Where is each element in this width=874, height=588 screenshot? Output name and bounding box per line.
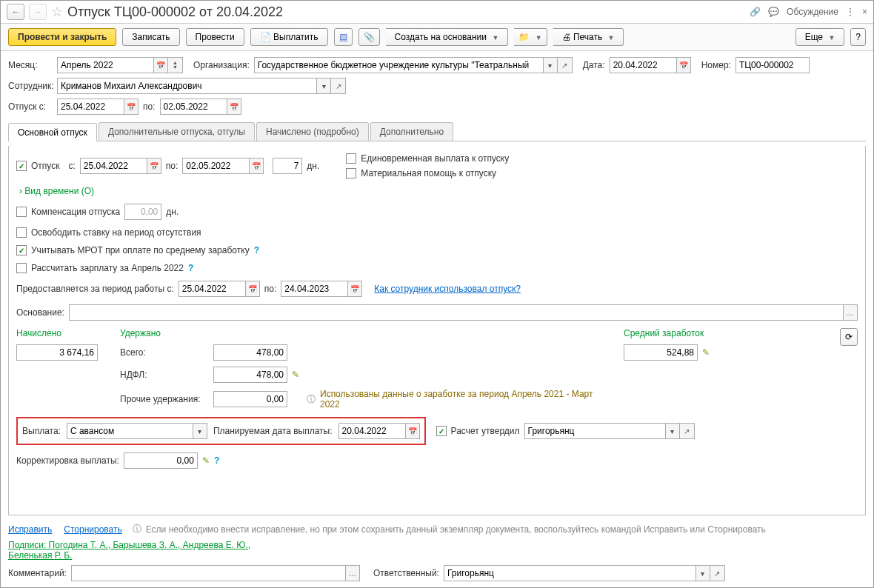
org-input[interactable] [254,57,543,73]
dropdown-icon[interactable]: ▾ [316,78,331,94]
attach-button[interactable]: 📎 [358,28,380,46]
post-button[interactable]: Провести [186,28,244,46]
help-icon[interactable]: ? [188,263,193,273]
tab-accrued-details[interactable]: Начислено (подробно) [256,122,369,141]
refresh-button[interactable]: ⟳ [840,328,858,346]
material-aid-checkbox[interactable] [346,168,356,178]
open-external-icon[interactable]: ↗ [558,57,573,73]
discussion-label[interactable]: Обсуждение [787,7,838,17]
related-docs-button[interactable]: 📁 ▼ [514,28,547,46]
total-withheld-label: Всего: [120,347,209,358]
lump-sum-checkbox[interactable] [346,153,356,164]
number-input[interactable] [735,57,810,73]
help-icon[interactable]: ? [254,245,259,255]
favorite-star-icon[interactable]: ☆ [51,4,63,20]
days-input[interactable] [273,158,302,174]
calendar-icon[interactable]: 📅 [147,158,161,174]
stepper-icon[interactable]: ▲▼ [168,57,183,73]
usage-link[interactable]: Как сотрудник использовал отпуск? [374,284,521,294]
calendar-icon[interactable]: 📅 [124,98,139,115]
other-withheld-input[interactable] [213,391,287,407]
vacation-to-input[interactable] [160,98,227,115]
period-to-input[interactable] [281,281,347,297]
time-type-link[interactable]: Вид времени (О) [19,186,858,196]
help-icon[interactable]: ? [214,455,219,466]
dropdown-icon[interactable]: ▾ [543,57,558,73]
list-icon: ▤ [339,32,347,42]
reverse-link[interactable]: Сторнировать [64,524,121,535]
more-button[interactable]: Еще ▼ [795,28,845,46]
create-based-button[interactable]: Создать на основании ▼ [386,28,509,46]
compensation-input[interactable] [124,204,161,220]
open-external-icon[interactable]: ↗ [331,78,346,94]
planned-date-input[interactable] [338,423,405,439]
mrot-checkbox[interactable]: ✓ [16,245,27,255]
print-button[interactable]: 🖨 Печать ▼ [553,28,624,46]
tab-main-vacation[interactable]: Основной отпуск [8,123,97,141]
nav-forward-button[interactable]: → [29,4,47,20]
nav-back-button[interactable]: ← [7,4,24,20]
vacation-checkbox[interactable]: ✓ [16,161,27,171]
correction-input[interactable] [124,452,198,469]
pencil-icon[interactable]: ✎ [702,347,710,358]
to-label: по: [143,101,156,112]
dropdown-icon[interactable]: ▾ [193,423,207,439]
more-vertical-icon[interactable]: ⋮ [846,7,855,17]
comment-input[interactable] [71,565,345,581]
avg-earnings-input[interactable] [624,344,698,361]
help-button[interactable]: ? [850,28,866,46]
vacation-from-input[interactable] [57,98,124,115]
release-position-checkbox[interactable] [16,227,27,238]
release-position-label: Освободить ставку на период отсутствия [31,227,201,238]
total-withheld-input[interactable] [213,344,287,361]
tab-additional-vacations[interactable]: Дополнительные отпуска, отгулы [99,122,255,141]
payment-type-input[interactable] [67,423,193,439]
fix-hint: Если необходимо внести исправление, но п… [146,524,766,535]
calc-salary-checkbox[interactable] [16,263,27,273]
responsible-input[interactable] [444,565,695,581]
date-input[interactable] [610,57,676,73]
accrued-input[interactable] [16,344,98,361]
pay-button[interactable]: 📄 Выплатить [250,28,328,46]
ndfl-input[interactable] [213,367,287,383]
tab-to-date-input[interactable] [182,158,249,174]
period-from-input[interactable] [179,281,245,297]
discussion-icon[interactable]: 💬 [768,7,779,17]
employee-input[interactable] [57,78,316,94]
calendar-icon[interactable]: 📅 [245,281,260,297]
dropdown-icon[interactable]: ▾ [695,565,710,581]
open-external-icon[interactable]: ↗ [680,423,695,439]
pencil-icon[interactable]: ✎ [202,455,210,466]
pencil-icon[interactable]: ✎ [292,370,299,380]
approved-by-input[interactable] [524,423,665,439]
basis-input[interactable] [69,304,843,321]
month-input[interactable] [57,57,153,73]
calendar-icon[interactable]: 📅 [153,57,168,73]
post-and-close-button[interactable]: Провести и закрыть [8,28,116,46]
approved-checkbox[interactable]: ✓ [436,426,447,436]
fix-link[interactable]: Исправить [8,524,52,535]
compensation-checkbox[interactable] [16,207,27,217]
dropdown-icon[interactable]: ▾ [665,423,680,439]
ellipsis-icon[interactable]: … [843,304,858,321]
chevron-down-icon: ▼ [492,34,498,41]
close-icon[interactable]: × [862,7,867,17]
info-icon[interactable]: ⓘ [307,393,316,406]
ellipsis-icon[interactable]: … [345,565,360,581]
doc-structure-button[interactable]: ▤ [334,28,353,46]
tab-extra[interactable]: Дополнительно [370,122,453,141]
open-external-icon[interactable]: ↗ [710,565,725,581]
calendar-icon[interactable]: 📅 [676,57,691,73]
document-icon: 📄 [260,32,271,42]
info-icon[interactable]: ⓘ [133,523,141,535]
calendar-icon[interactable]: 📅 [249,158,264,174]
tab-from-date-input[interactable] [80,158,147,174]
calendar-icon[interactable]: 📅 [347,281,362,297]
save-button[interactable]: Записать [122,28,179,46]
number-label: Номер: [701,60,731,70]
calendar-icon[interactable]: 📅 [405,423,420,439]
link-icon[interactable]: 🔗 [750,7,761,17]
calendar-icon[interactable]: 📅 [227,98,241,115]
calc-salary-label: Рассчитать зарплату за Апрель 2022 [31,263,184,273]
signatures-link[interactable]: Подписи: Погодина Т. А., Барышева З. А.,… [8,540,275,561]
